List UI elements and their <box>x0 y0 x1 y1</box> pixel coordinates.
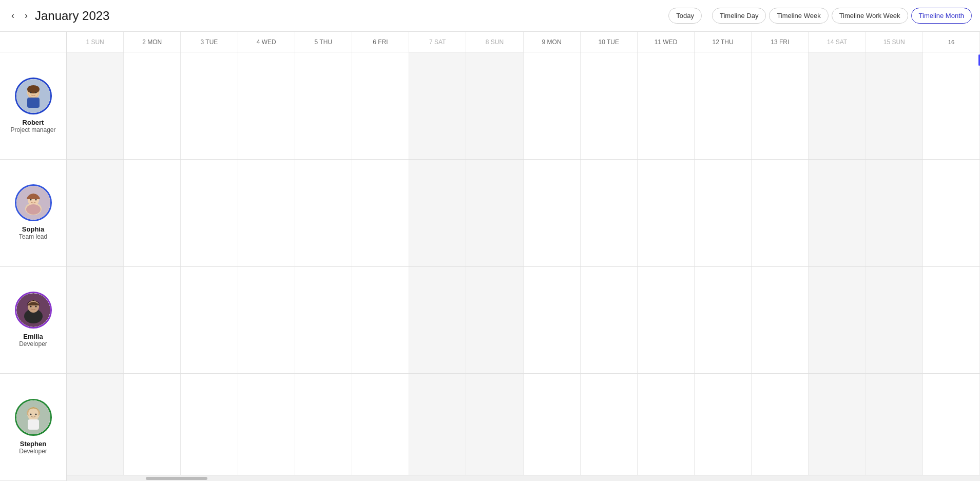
cell-sophia-day-5[interactable] <box>295 160 352 266</box>
cell-robert-day-5[interactable] <box>295 52 352 159</box>
cell-robert-day-16[interactable] <box>923 52 980 159</box>
cell-emilia-day-4[interactable] <box>238 267 295 374</box>
day-headers: 1 SUN2 MON3 TUE4 WED5 THU6 FRI7 SAT8 SUN… <box>67 32 980 52</box>
svg-point-11 <box>30 199 31 201</box>
today-button[interactable]: Today <box>668 8 702 24</box>
cell-sophia-day-7[interactable] <box>409 160 466 266</box>
cell-stephen-day-2[interactable] <box>124 374 181 480</box>
cell-stephen-day-10[interactable] <box>581 374 638 480</box>
cell-stephen-day-1[interactable] <box>67 374 124 480</box>
day-header-14: 14 SAT <box>809 32 866 52</box>
cell-robert-day-9[interactable] <box>524 52 581 159</box>
cell-robert-day-7[interactable] <box>409 52 466 159</box>
view-week-button[interactable]: Timeline Week <box>769 8 828 24</box>
day-header-11: 11 WED <box>638 32 695 52</box>
svg-point-25 <box>35 413 36 415</box>
cell-robert-day-1[interactable] <box>67 52 124 159</box>
member-role-emilia: Developer <box>19 340 47 349</box>
cell-emilia-day-9[interactable] <box>524 267 581 374</box>
cell-stephen-day-7[interactable] <box>409 374 466 480</box>
scroll-thumb[interactable] <box>146 477 207 480</box>
cell-sophia-day-1[interactable] <box>67 160 124 266</box>
cell-stephen-day-12[interactable] <box>695 374 752 480</box>
cell-emilia-day-15[interactable] <box>866 267 923 374</box>
grid-row-sophia <box>67 160 980 267</box>
view-month-button[interactable]: Timeline Month <box>911 8 972 24</box>
cell-sophia-day-14[interactable] <box>809 160 866 266</box>
cell-stephen-day-4[interactable] <box>238 374 295 480</box>
member-row-emilia[interactable]: Emilia Developer <box>0 267 66 374</box>
cell-sophia-day-15[interactable] <box>866 160 923 266</box>
cell-stephen-day-11[interactable] <box>638 374 695 480</box>
cell-sophia-day-12[interactable] <box>695 160 752 266</box>
svg-rect-3 <box>27 98 40 108</box>
cell-sophia-day-8[interactable] <box>466 160 523 266</box>
cell-emilia-day-13[interactable] <box>752 267 809 374</box>
day-header-8: 8 SUN <box>466 32 523 52</box>
cell-stephen-day-5[interactable] <box>295 374 352 480</box>
cell-sophia-day-4[interactable] <box>238 160 295 266</box>
cell-stephen-day-14[interactable] <box>809 374 866 480</box>
member-row-robert[interactable]: Robert Project manager <box>0 52 66 160</box>
svg-point-12 <box>35 199 36 201</box>
cell-stephen-day-15[interactable] <box>866 374 923 480</box>
member-row-stephen[interactable]: Stephen Developer <box>0 374 66 481</box>
member-row-sophia[interactable]: Sophia Team lead <box>0 160 66 267</box>
svg-point-13 <box>26 204 41 215</box>
cell-stephen-day-13[interactable] <box>752 374 809 480</box>
svg-point-24 <box>30 413 31 415</box>
cell-emilia-day-7[interactable] <box>409 267 466 374</box>
cell-robert-day-12[interactable] <box>695 52 752 159</box>
cell-emilia-day-2[interactable] <box>124 267 181 374</box>
view-workweek-button[interactable]: Timeline Work Week <box>832 8 908 24</box>
next-button[interactable]: › <box>22 8 31 23</box>
cell-emilia-day-5[interactable] <box>295 267 352 374</box>
cell-sophia-day-3[interactable] <box>181 160 238 266</box>
cell-sophia-day-13[interactable] <box>752 160 809 266</box>
cell-robert-day-2[interactable] <box>124 52 181 159</box>
cell-emilia-day-10[interactable] <box>581 267 638 374</box>
view-day-button[interactable]: Timeline Day <box>712 8 766 24</box>
cell-stephen-day-9[interactable] <box>524 374 581 480</box>
prev-button[interactable]: ‹ <box>8 8 17 23</box>
cell-robert-day-14[interactable] <box>809 52 866 159</box>
cell-robert-day-11[interactable] <box>638 52 695 159</box>
cell-sophia-day-2[interactable] <box>124 160 181 266</box>
sidebar-header <box>0 32 66 52</box>
cell-robert-day-3[interactable] <box>181 52 238 159</box>
cell-sophia-day-6[interactable] <box>352 160 409 266</box>
svg-point-23 <box>28 408 39 419</box>
cell-emilia-day-14[interactable] <box>809 267 866 374</box>
cell-emilia-day-1[interactable] <box>67 267 124 374</box>
svg-point-17 <box>30 306 31 307</box>
cell-emilia-day-16[interactable] <box>923 267 980 374</box>
day-header-16: 16 <box>923 32 980 52</box>
cell-sophia-day-16[interactable] <box>923 160 980 266</box>
cell-stephen-day-3[interactable] <box>181 374 238 480</box>
cell-stephen-day-8[interactable] <box>466 374 523 480</box>
cell-stephen-day-6[interactable] <box>352 374 409 480</box>
day-header-1: 1 SUN <box>67 32 124 52</box>
calendar-container: Robert Project manager <box>0 32 980 481</box>
grid-rows <box>67 52 980 481</box>
cell-sophia-day-9[interactable] <box>524 160 581 266</box>
grid-area: 1 SUN2 MON3 TUE4 WED5 THU6 FRI7 SAT8 SUN… <box>67 32 980 481</box>
cell-emilia-day-6[interactable] <box>352 267 409 374</box>
grid-inner: 1 SUN2 MON3 TUE4 WED5 THU6 FRI7 SAT8 SUN… <box>67 32 980 481</box>
cell-robert-day-15[interactable] <box>866 52 923 159</box>
cell-stephen-day-16[interactable] <box>923 374 980 480</box>
day-header-12: 12 THU <box>695 32 752 52</box>
cell-sophia-day-10[interactable] <box>581 160 638 266</box>
cell-emilia-day-12[interactable] <box>695 267 752 374</box>
cell-emilia-day-8[interactable] <box>466 267 523 374</box>
cell-sophia-day-11[interactable] <box>638 160 695 266</box>
cell-emilia-day-3[interactable] <box>181 267 238 374</box>
cell-robert-day-6[interactable] <box>352 52 409 159</box>
cell-robert-day-4[interactable] <box>238 52 295 159</box>
cell-robert-day-8[interactable] <box>466 52 523 159</box>
cell-emilia-day-11[interactable] <box>638 267 695 374</box>
member-role-robert: Project manager <box>10 126 55 134</box>
cell-robert-day-10[interactable] <box>581 52 638 159</box>
scrollbar[interactable] <box>67 475 980 481</box>
cell-robert-day-13[interactable] <box>752 52 809 159</box>
